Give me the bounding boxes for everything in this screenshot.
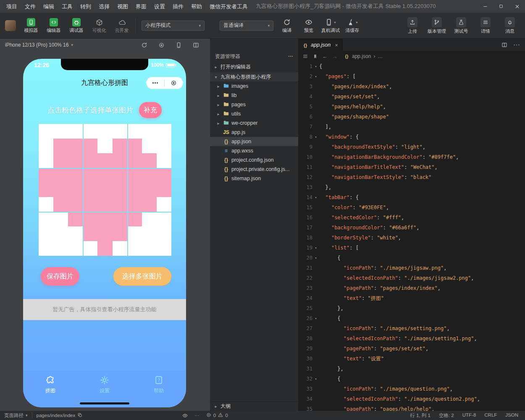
code-line[interactable]: 24 "text": "拼图" [298, 293, 525, 303]
fold-chevron-icon[interactable]: ▾ [312, 71, 319, 81]
tab-app-json[interactable]: {} app.json × [298, 39, 343, 51]
code-line[interactable]: 26▾ { [298, 313, 525, 323]
code-line[interactable]: 1▾{ [298, 61, 525, 71]
details-button[interactable]: 详情 [475, 17, 496, 34]
menu-item-微信开发者工具[interactable]: 微信开发者工具 [206, 3, 252, 10]
grid-cell[interactable] [113, 197, 127, 212]
message-button[interactable]: 消息 [500, 17, 520, 34]
grid-cell[interactable] [83, 168, 97, 183]
grid-cell[interactable] [97, 197, 112, 212]
screenshot-button[interactable] [158, 42, 165, 48]
grid-cell[interactable] [142, 212, 157, 226]
code-line[interactable]: 20▾ { [298, 253, 525, 263]
grid-cell[interactable] [113, 124, 127, 139]
grid-cell[interactable] [113, 212, 127, 226]
grid-cell[interactable] [68, 168, 83, 183]
grid-cell[interactable] [39, 212, 53, 226]
tree-item-sitemap.json[interactable]: {}sitemap.json [210, 174, 298, 183]
grid-cell[interactable] [127, 183, 142, 197]
grid-cell[interactable] [113, 241, 127, 256]
grid-cell[interactable] [68, 139, 83, 153]
clear-cache-button[interactable]: ▾清缓存 [342, 18, 362, 33]
code-line[interactable]: 5 "pages/help/help", [298, 102, 525, 112]
grid-cell[interactable] [127, 212, 142, 226]
maximize-button[interactable] [493, 0, 509, 13]
grid-cell[interactable] [113, 226, 127, 241]
device-selector[interactable]: iPhone 12/13 (Pro) 100% 16 ▾ [5, 42, 73, 48]
grid-cell[interactable] [53, 153, 68, 168]
code-line[interactable]: 18 "borderStyle": "white", [298, 233, 525, 243]
grid-cell[interactable] [97, 183, 112, 197]
code-line[interactable]: 2▾ "pages": [ [298, 71, 525, 81]
grid-cell[interactable] [53, 241, 68, 256]
grid-cell[interactable] [83, 183, 97, 197]
code-line[interactable]: 11 "navigationBarTitleText": "WeChat", [298, 162, 525, 172]
rotate-button[interactable] [141, 42, 147, 48]
menu-item-转到[interactable]: 转到 [76, 3, 95, 10]
copy-path-button[interactable] [77, 412, 82, 418]
preview-eye-button[interactable] [182, 413, 188, 418]
grid-cell[interactable] [142, 124, 157, 139]
code-line[interactable]: 3 "pages/index/index", [298, 81, 525, 92]
grid-cell[interactable] [53, 212, 68, 226]
grid-cell[interactable] [97, 226, 112, 241]
code-line[interactable]: 16 "selectedColor": "#fff", [298, 213, 525, 223]
statusbar-more-icon[interactable]: ··· [194, 413, 200, 418]
code-line[interactable]: 22 "selectedIconPath": "./images/jigsaw2… [298, 273, 525, 283]
code-line[interactable]: 13 }, [298, 182, 525, 192]
grid-cell[interactable] [68, 124, 83, 139]
code-lines[interactable]: 1▾{2▾ "pages": [3 "pages/index/index",4 … [298, 61, 525, 411]
grid-cell[interactable] [83, 197, 97, 212]
refill-button[interactable]: 补充 [139, 102, 162, 118]
grid-cell[interactable] [97, 124, 112, 139]
explorer-more-icon[interactable]: ··· [288, 53, 293, 59]
fold-chevron-icon[interactable]: ▾ [312, 243, 319, 253]
grid-cell[interactable] [53, 139, 68, 153]
grid-cell[interactable] [68, 212, 83, 226]
grid-cell[interactable] [53, 226, 68, 241]
grid-cell[interactable] [127, 153, 142, 168]
grid-cell[interactable] [157, 226, 171, 241]
editor-button[interactable]: 编辑器 [44, 18, 64, 33]
grid-cell[interactable] [157, 139, 171, 153]
grid-cell[interactable] [127, 139, 142, 153]
grid-cell[interactable] [83, 139, 97, 153]
code-line[interactable]: 8▾ "window": { [298, 132, 525, 142]
capsule-exit-icon[interactable] [171, 80, 177, 86]
grid-cell[interactable] [53, 124, 68, 139]
code-line[interactable]: 14▾ "tabBar": { [298, 192, 525, 202]
grid-cell[interactable] [97, 153, 112, 168]
section-outline[interactable]: ▸ 大纲 [210, 402, 298, 411]
grid-cell[interactable] [97, 241, 112, 256]
grid-cell[interactable] [157, 241, 171, 256]
menu-item-设置[interactable]: 设置 [150, 3, 169, 10]
grid-cell[interactable] [142, 241, 157, 256]
outline-list-icon[interactable] [302, 53, 308, 59]
grid-cell[interactable] [127, 197, 142, 212]
code-line[interactable]: 19▾ "list": [ [298, 243, 525, 253]
fold-chevron-icon[interactable]: ▾ [312, 253, 319, 263]
grid-cell[interactable] [68, 226, 83, 241]
grid-cell[interactable] [53, 168, 68, 183]
code-line[interactable]: 31 }, [298, 364, 525, 374]
split-editor-icon[interactable] [501, 42, 507, 48]
remote-debug-button[interactable]: ▾真机调试 [320, 18, 341, 33]
breadcrumb-file[interactable]: app.json [352, 53, 371, 59]
code-line[interactable]: 25 }, [298, 303, 525, 313]
problems-indicator[interactable]: 0 0 [206, 412, 228, 418]
code-line[interactable]: 4 "pages/set/set", [298, 92, 525, 102]
grid-cell[interactable] [142, 197, 157, 212]
page-path-selector[interactable]: 页面路径 ▾ [4, 412, 28, 419]
tabbar-item-jigsaw[interactable]: 拼图 [23, 375, 77, 407]
code-line[interactable]: 10 "navigationBarBackgroundColor": "#89f… [298, 152, 525, 162]
debugger-button[interactable]: 调试器 [66, 18, 87, 33]
grid-cell[interactable] [113, 153, 127, 168]
code-line[interactable]: 17 "backgroundColor": "#66a6ff", [298, 223, 525, 233]
tree-item-pages[interactable]: ▸pages [210, 100, 298, 109]
cloud-dev-button[interactable]: 云开发 [112, 18, 132, 33]
grid-cell[interactable] [127, 241, 142, 256]
visualization-button[interactable]: 可视化 [89, 18, 109, 33]
grid-cell[interactable] [68, 197, 83, 212]
tree-item-we-cropper[interactable]: ▸we-cropper [210, 118, 298, 128]
compile-button[interactable]: 编译 [277, 18, 297, 33]
